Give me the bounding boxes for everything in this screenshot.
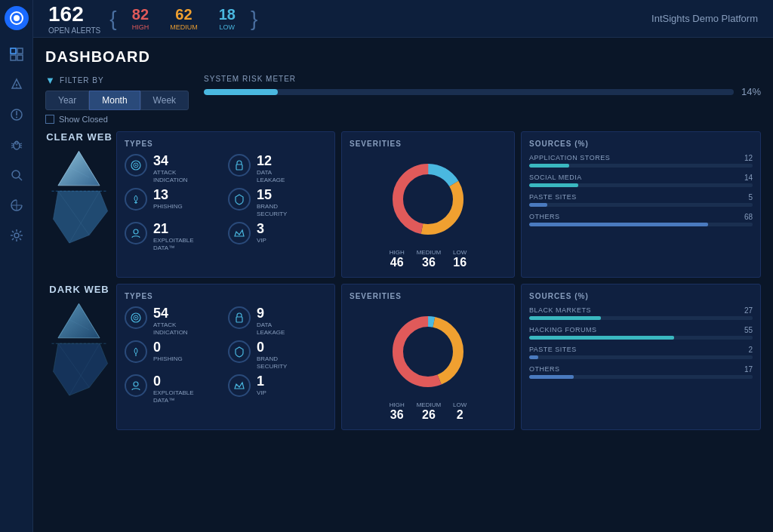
source-paste-sites-name-dw: PASTE SITES: [529, 346, 577, 354]
sidebar-item-threats[interactable]: [5, 103, 29, 127]
filter-month-btn[interactable]: Month: [89, 91, 140, 110]
dw-type-phishing: 0 PHISHING: [125, 340, 223, 370]
clear-web-sev-labels: HIGH 46 MEDIUM 36 LOW 16: [390, 249, 467, 269]
attack-name: ATTACKINDICATION: [153, 169, 188, 183]
filter-year-btn[interactable]: Year: [45, 91, 89, 110]
sidebar-item-alerts[interactable]: [5, 72, 29, 97]
sev-low-label: LOW: [453, 249, 467, 256]
dw-sev-low: LOW 2: [453, 401, 467, 422]
source-others-num-dw: 17: [744, 365, 753, 374]
svg-line-14: [11, 147, 14, 148]
dw-brand-name: BRANDSECURITY: [257, 355, 287, 370]
sev-high-num: 46: [390, 256, 405, 269]
sidebar-item-bugs[interactable]: [5, 133, 29, 157]
filter-week-btn[interactable]: Week: [140, 91, 189, 110]
sev-medium: MEDIUM 36: [417, 249, 441, 269]
source-paste-sites-name-cw: PASTE SITES: [529, 193, 577, 201]
type-exploitable-info: 21 EXPLOITABLEDATA™: [153, 222, 194, 251]
filter-icon: ▼: [45, 75, 55, 86]
source-others-name-dw: OTHERS: [529, 365, 560, 374]
svg-point-23: [14, 233, 19, 238]
dark-web-label-col: DARK WEB: [45, 284, 113, 407]
exploitable-name: EXPLOITABLEDATA™: [153, 237, 194, 251]
source-paste-sites-num-dw: 2: [748, 346, 753, 354]
dw-phishing-name: PHISHING: [153, 355, 183, 363]
dw-leakage-icon: [228, 306, 251, 329]
dw-type-attack: 54 ATTACKINDICATION: [125, 306, 223, 336]
clear-web-types-title: TYPES: [125, 140, 327, 148]
clear-web-sources-list: APPLICATION STORES 12 SOCIAL MEDIA 14: [529, 154, 753, 226]
type-leakage-info: 12 DATALEAKAGE: [257, 154, 285, 183]
dw-attack-info: 54 ATTACKINDICATION: [153, 306, 188, 336]
type-brand-info: 15 BRANDSECURITY: [257, 188, 287, 217]
dw-attack-name: ATTACKINDICATION: [153, 321, 188, 336]
source-app-stores: APPLICATION STORES 12: [529, 154, 753, 168]
low-alerts: 18 LOW: [219, 6, 236, 31]
type-exploitable-data: 21 EXPLOITABLEDATA™: [125, 222, 223, 251]
risk-meter-section: SYSTEM RISK METER 14%: [204, 75, 761, 97]
source-paste-sites-num-cw: 5: [748, 193, 753, 201]
dw-exploitable-info: 0 EXPLOITABLEDATA™: [153, 374, 194, 404]
sev-medium-num: 36: [417, 256, 441, 269]
clear-web-cards: TYPES 34 ATTACKINDICATION: [116, 131, 761, 278]
source-black-markets-name: BLACK MARKETS: [529, 306, 591, 315]
svg-point-34: [135, 165, 137, 166]
dw-leakage-num: 9: [257, 306, 285, 320]
source-others-dw: OTHERS 17: [529, 365, 753, 379]
dark-web-donut: HIGH 36 MEDIUM 26 LOW 2: [350, 306, 507, 422]
clear-web-label-col: CLEAR WEB: [45, 131, 113, 255]
source-hacking-forums-num: 55: [744, 326, 753, 334]
high-count: 82: [132, 6, 149, 23]
topbar: 162 OPEN ALERTS { 82 HIGH 62 MEDIUM 18 L…: [33, 0, 773, 38]
dw-sev-high-num: 36: [390, 408, 405, 422]
sidebar-item-search[interactable]: [5, 163, 29, 187]
dark-web-types-grid: 54 ATTACKINDICATION 9 DATALEAKAGE: [125, 306, 327, 404]
open-alerts-label: OPEN ALERTS: [48, 26, 100, 35]
dw-leakage-name: DATALEAKAGE: [257, 321, 285, 336]
sev-low-num: 16: [453, 256, 467, 269]
type-vip: 3 VIP: [228, 222, 327, 251]
vip-icon: [228, 222, 251, 244]
dw-attack-num: 54: [153, 306, 188, 320]
svg-line-17: [20, 147, 22, 148]
svg-line-12: [11, 143, 14, 144]
sev-medium-label: MEDIUM: [417, 249, 441, 256]
source-social-media-name: SOCIAL MEDIA: [529, 174, 582, 182]
leakage-name: DATALEAKAGE: [257, 169, 285, 183]
sidebar-item-dashboard[interactable]: [5, 42, 29, 66]
svg-rect-4: [11, 55, 16, 60]
dw-sev-medium: MEDIUM 26: [417, 401, 441, 422]
app-title: IntSights Demo Platform: [651, 13, 758, 24]
svg-point-10: [16, 117, 17, 118]
phishing-num: 13: [153, 188, 183, 201]
show-closed-checkbox[interactable]: [45, 115, 54, 124]
dw-phishing-info: 0 PHISHING: [153, 340, 183, 363]
phishing-icon: [125, 188, 147, 211]
sidebar-item-settings[interactable]: [5, 223, 29, 248]
attack-num: 34: [153, 154, 188, 168]
dark-web-sources-title: SOURCES (%): [529, 292, 753, 300]
svg-line-15: [20, 143, 22, 144]
source-social-media: SOCIAL MEDIA 14: [529, 174, 753, 187]
low-label: LOW: [220, 23, 236, 31]
sev-high-label: HIGH: [390, 249, 405, 256]
clear-web-iceberg: [45, 147, 113, 255]
svg-point-53: [135, 317, 137, 318]
clear-web-types-card: TYPES 34 ATTACKINDICATION: [116, 131, 335, 278]
low-count: 18: [219, 6, 236, 23]
sidebar: [0, 0, 33, 532]
sidebar-item-network[interactable]: [5, 193, 29, 217]
type-data-leakage: 12 DATALEAKAGE: [228, 154, 327, 183]
dw-brand-info: 0 BRANDSECURITY: [257, 340, 287, 370]
main-content: 162 OPEN ALERTS { 82 HIGH 62 MEDIUM 18 L…: [33, 0, 773, 532]
clear-web-section: CLEAR WEB: [45, 131, 761, 278]
top-controls: ▼ FILTER BY Year Month Week Show Closed …: [45, 75, 761, 124]
dw-phishing-num: 0: [153, 340, 183, 354]
svg-point-7: [16, 87, 17, 88]
brand-name: BRANDSECURITY: [257, 203, 287, 217]
attack-indication-icon: [125, 154, 147, 177]
risk-bar-fill: [204, 89, 278, 95]
dark-web-sev-labels: HIGH 36 MEDIUM 26 LOW 2: [390, 401, 467, 422]
type-attack-indication: 34 ATTACKINDICATION: [125, 154, 223, 183]
brand-num: 15: [257, 188, 287, 201]
